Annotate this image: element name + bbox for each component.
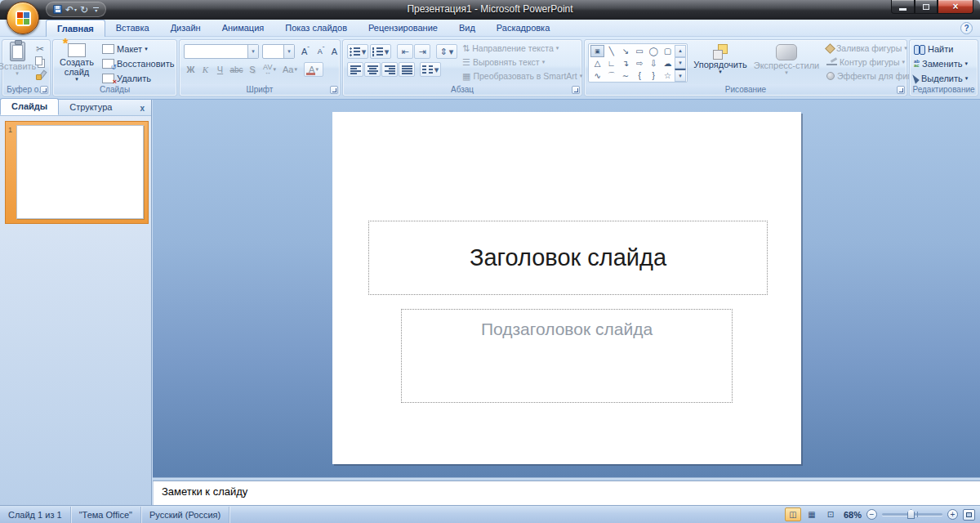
paragraph-dialog-launcher-icon[interactable] — [572, 86, 580, 94]
zoom-level[interactable]: 68% — [841, 510, 864, 520]
shape-star-icon[interactable]: ☆ — [661, 69, 675, 82]
shape-down-arrow-icon[interactable]: ⇩ — [647, 57, 661, 69]
shape-oval-icon[interactable]: ◯ — [647, 45, 661, 57]
grow-font-button[interactable]: Aˆ — [298, 44, 313, 59]
close-button[interactable]: × — [938, 0, 973, 14]
redo-button[interactable]: ↻ — [80, 5, 88, 15]
font-dialog-launcher-icon[interactable] — [330, 86, 338, 94]
shape-arrow-icon[interactable]: ↘ — [618, 45, 632, 57]
font-color-button[interactable]: A▾ — [304, 62, 323, 77]
view-normal-button[interactable]: ◫ — [785, 507, 801, 521]
shapes-more-button[interactable]: ▾ — [675, 69, 686, 82]
line-spacing-button[interactable]: ⇕▾ — [436, 44, 457, 59]
undo-dropdown-icon[interactable]: ▾ — [74, 7, 77, 12]
character-spacing-button[interactable]: AV↔ ▾ — [260, 62, 279, 77]
shape-rounded-rect-icon[interactable]: ▢ — [661, 45, 675, 57]
copy-button[interactable] — [33, 56, 47, 69]
font-name-combo[interactable]: ▾ — [184, 44, 259, 59]
zoom-slider-thumb[interactable] — [907, 509, 915, 519]
slide-thumbnail-selected[interactable]: 1 — [5, 121, 149, 224]
customize-qat-button[interactable]: ▾ — [93, 7, 99, 12]
pane-close-icon[interactable]: x — [140, 105, 145, 113]
tab-review[interactable]: Рецензирование — [358, 20, 448, 37]
replace-button[interactable]: abac Заменить▾ — [914, 59, 968, 69]
underline-button[interactable]: Ч — [213, 62, 227, 77]
find-button[interactable]: Найти — [914, 44, 953, 54]
align-right-button[interactable] — [381, 62, 398, 77]
title-placeholder[interactable]: Заголовок слайда — [368, 221, 768, 295]
tab-view[interactable]: Вид — [448, 20, 486, 37]
shrink-font-button[interactable]: Aˇ — [314, 44, 328, 59]
notes-pane[interactable]: Заметки к слайду — [153, 481, 980, 505]
tab-animation[interactable]: Анимация — [212, 20, 275, 37]
columns-button[interactable]: ▾ — [420, 62, 441, 77]
drawing-dialog-launcher-icon[interactable] — [897, 86, 905, 94]
shape-scribble-icon[interactable]: ∿ — [590, 69, 604, 82]
layout-button[interactable]: Макет ▾ — [102, 44, 148, 54]
shape-fill-button[interactable]: Заливка фигуры▾ — [826, 43, 907, 53]
shape-left-brace-icon[interactable]: { — [632, 69, 646, 82]
clear-formatting-button[interactable]: A — [329, 44, 340, 59]
bullets-button[interactable]: ▾ — [347, 44, 368, 59]
delete-slide-button[interactable]: × Удалить — [102, 74, 151, 83]
shape-right-brace-icon[interactable]: } — [647, 69, 661, 82]
cut-button[interactable]: ✂ — [33, 42, 47, 56]
subtitle-placeholder[interactable]: Подзаголовок слайда — [401, 309, 733, 403]
shape-elbow-icon[interactable]: ∟ — [604, 57, 618, 69]
shape-elbow-arrow-icon[interactable]: ↴ — [618, 57, 632, 69]
tab-slideshow[interactable]: Показ слайдов — [274, 20, 358, 37]
increase-indent-button[interactable]: ⇥ — [414, 44, 430, 59]
select-button[interactable]: Выделить▾ — [914, 74, 968, 83]
shape-triangle-icon[interactable]: △ — [590, 57, 604, 69]
new-slide-button[interactable]: * Создать слайд ▾ — [55, 42, 99, 82]
shapes-scroll-down-button[interactable]: ▾ — [675, 57, 686, 69]
shape-arc-icon[interactable]: ⌒ — [604, 69, 618, 82]
numbering-button[interactable]: ▾ — [370, 44, 391, 59]
reset-slide-button[interactable]: ↺ Восстановить — [102, 59, 174, 69]
tab-storyboarding[interactable]: Раскадровка — [486, 20, 560, 37]
zoom-slider[interactable] — [882, 513, 942, 516]
font-size-combo[interactable]: ▾ — [262, 44, 295, 59]
paste-button[interactable]: Вставить ▾ — [3, 42, 31, 76]
shape-textbox-icon[interactable]: ▣ — [590, 45, 604, 57]
change-case-button[interactable]: Aa▾ — [280, 62, 300, 77]
align-text-button[interactable]: ☰ Выровнять текст▾ — [462, 57, 545, 67]
shape-line-icon[interactable]: ╲ — [604, 45, 618, 57]
slide[interactable]: Заголовок слайда Подзаголовок слайда — [332, 112, 801, 464]
minimize-button[interactable] — [891, 0, 915, 14]
align-center-button[interactable] — [364, 62, 381, 77]
restore-button[interactable] — [915, 0, 938, 14]
shape-outline-button[interactable]: Контур фигуры▾ — [826, 57, 905, 67]
text-direction-button[interactable]: ⇅ Направление текста▾ — [462, 43, 559, 53]
strikethrough-button[interactable]: abc — [228, 62, 245, 77]
shape-curve-icon[interactable]: ∼ — [618, 69, 632, 82]
fit-slide-to-window-button[interactable] — [963, 509, 975, 521]
arrange-button[interactable]: Упорядочить ▾ — [691, 42, 750, 74]
status-language[interactable]: Русский (Россия) — [141, 507, 229, 523]
save-button[interactable] — [53, 5, 62, 14]
shape-right-arrow-icon[interactable]: ⇨ — [632, 57, 646, 69]
convert-smartart-button[interactable]: ▦ Преобразовать в SmartArt▾ — [462, 71, 582, 81]
font-name-dropdown-icon[interactable]: ▾ — [247, 45, 258, 58]
tab-design[interactable]: Дизайн — [160, 20, 212, 37]
align-left-button[interactable] — [347, 62, 363, 77]
view-slide-sorter-button[interactable]: ▦ — [804, 507, 820, 521]
justify-button[interactable] — [399, 62, 415, 77]
view-slideshow-button[interactable]: ⊡ — [822, 507, 839, 521]
undo-button[interactable]: ↶▾ — [65, 5, 77, 15]
shape-cloud-icon[interactable]: ☁ — [661, 57, 675, 69]
tab-home[interactable]: Главная — [46, 20, 105, 37]
quick-styles-button[interactable]: Экспресс-стили ▾ — [751, 42, 822, 75]
text-shadow-button[interactable]: S — [246, 62, 259, 77]
bold-button[interactable]: Ж — [184, 62, 198, 77]
shapes-scroll-up-button[interactable]: ▴ — [675, 45, 686, 57]
zoom-out-button[interactable]: − — [866, 509, 877, 520]
clipboard-dialog-launcher-icon[interactable] — [40, 86, 48, 94]
tab-slides-thumbnails[interactable]: Слайды — [0, 98, 59, 115]
office-button[interactable] — [7, 2, 39, 34]
tab-outline[interactable]: Структура — [59, 100, 122, 115]
format-painter-button[interactable] — [33, 69, 47, 82]
help-button[interactable]: ? — [960, 22, 973, 34]
tab-insert[interactable]: Вставка — [105, 20, 160, 37]
decrease-indent-button[interactable]: ⇤ — [397, 44, 413, 59]
